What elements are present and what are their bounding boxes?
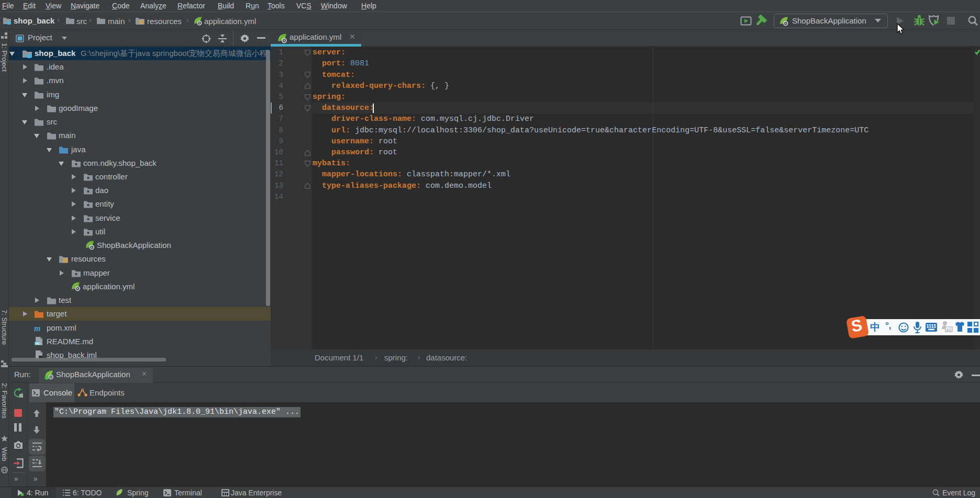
- svg-text:2C: 2C: [946, 327, 952, 332]
- svg-text:MD: MD: [35, 341, 40, 345]
